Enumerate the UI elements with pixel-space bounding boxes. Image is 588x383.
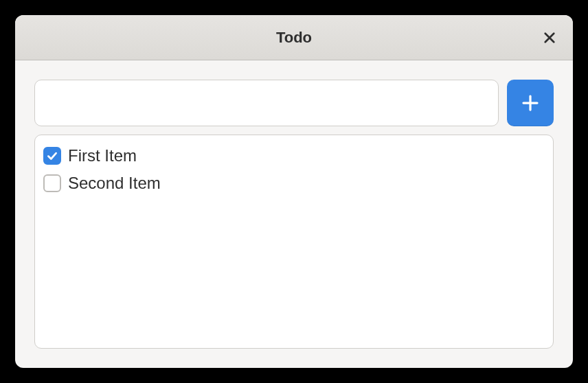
close-icon	[543, 31, 556, 45]
list-item: First Item	[43, 142, 545, 170]
app-window: Todo First Item	[15, 15, 573, 368]
titlebar: Todo	[15, 15, 573, 60]
checkbox[interactable]	[43, 174, 61, 192]
content-area: First Item Second Item	[15, 60, 573, 368]
item-label: Second Item	[68, 174, 161, 193]
check-icon	[46, 150, 58, 162]
item-label: First Item	[68, 146, 137, 165]
new-item-input[interactable]	[34, 80, 499, 126]
input-row	[34, 80, 554, 126]
checkbox[interactable]	[43, 147, 61, 165]
window-title: Todo	[276, 29, 312, 47]
add-button[interactable]	[507, 80, 554, 126]
list-item: Second Item	[43, 170, 545, 197]
todo-list: First Item Second Item	[34, 135, 554, 349]
plus-icon	[520, 93, 541, 113]
close-button[interactable]	[539, 27, 561, 49]
